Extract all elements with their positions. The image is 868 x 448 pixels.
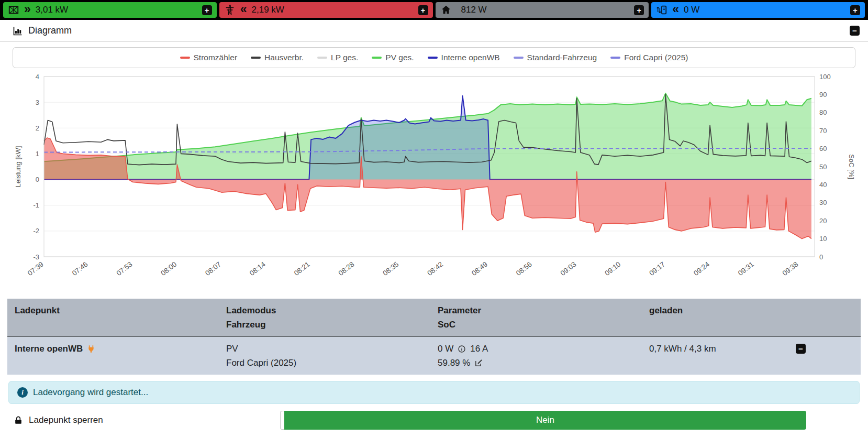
svg-text:09:31: 09:31 xyxy=(737,260,755,278)
svg-text:09:03: 09:03 xyxy=(559,260,578,278)
svg-text:60: 60 xyxy=(819,145,827,152)
info-icon: i xyxy=(17,387,28,398)
header-blank xyxy=(15,318,226,332)
legend-label: Interne openWB xyxy=(441,53,500,62)
lock-toggle-ja[interactable] xyxy=(280,411,284,430)
collapse-row-button[interactable]: − xyxy=(796,344,806,354)
legend-swatch xyxy=(251,57,261,59)
chevron-right-icon: » xyxy=(24,3,31,15)
chargepoint-table-header: Ladepunkt Lademodus Fahrzeug Parameter S… xyxy=(7,299,861,336)
chart-area: -3-2-101234010203040506070809010007:3907… xyxy=(0,68,868,294)
svg-text:3: 3 xyxy=(36,99,39,106)
chargepoint-table: Ladepunkt Lademodus Fahrzeug Parameter S… xyxy=(7,299,861,375)
legend-item-hausverbr-[interactable]: Hausverbr. xyxy=(251,53,304,62)
svg-text:Leistung [kW]: Leistung [kW] xyxy=(14,146,22,188)
bar-chart-icon xyxy=(13,26,23,36)
svg-text:08:07: 08:07 xyxy=(204,260,222,278)
grid-icon xyxy=(8,4,19,16)
soc-value: 59.89 % xyxy=(438,356,470,370)
legend-label: Hausverbr. xyxy=(264,53,304,62)
status-bar: » 3,01 kW + « 2,19 kW + 812 W + « 0 W + xyxy=(0,0,868,20)
legend-label: LP ges. xyxy=(331,53,358,62)
svg-text:08:21: 08:21 xyxy=(293,260,311,278)
info-circle-icon xyxy=(458,345,466,353)
header-geladen: geladen xyxy=(649,303,861,332)
chevron-left-icon: « xyxy=(672,3,679,15)
svg-text:08:00: 08:00 xyxy=(159,260,178,278)
svg-text:40: 40 xyxy=(819,181,827,189)
charge-mode-value: PV xyxy=(226,342,438,356)
lock-label: Ladepunkt sperren xyxy=(7,415,103,425)
collapse-diagram-button[interactable]: − xyxy=(850,26,860,36)
svg-text:07:46: 07:46 xyxy=(71,260,90,278)
legend-swatch xyxy=(180,57,190,59)
svg-text:20: 20 xyxy=(819,217,827,225)
plus-square-icon[interactable]: + xyxy=(634,5,644,15)
lock-toggle-group: Nein xyxy=(280,411,806,430)
grid-power-button[interactable]: » 3,01 kW + xyxy=(3,2,217,18)
header-geladen-label: geladen xyxy=(649,303,861,318)
plus-square-icon[interactable]: + xyxy=(418,5,428,15)
svg-text:0: 0 xyxy=(36,176,39,183)
pv-power-value: 2,19 kW xyxy=(252,5,284,15)
legend-swatch xyxy=(428,57,438,59)
svg-text:80: 80 xyxy=(819,108,827,116)
legend-swatch xyxy=(372,57,382,59)
svg-text:10: 10 xyxy=(819,235,827,243)
chargepoint-power-value: 0 W xyxy=(684,5,699,15)
svg-text:100: 100 xyxy=(819,73,831,81)
legend-swatch xyxy=(317,57,327,59)
legend-item-ford-capri-2025-[interactable]: Ford Capri (2025) xyxy=(610,53,688,62)
legend-label: Ford Capri (2025) xyxy=(624,53,688,62)
legend-item-lp-ges-[interactable]: LP ges. xyxy=(317,53,358,62)
chevron-left-icon: « xyxy=(240,3,247,15)
svg-text:09:10: 09:10 xyxy=(603,260,622,278)
legend-item-standard-fahrzeug[interactable]: Standard-Fahrzeug xyxy=(514,53,597,62)
svg-text:-3: -3 xyxy=(33,253,39,261)
svg-text:-2: -2 xyxy=(33,227,39,235)
pv-power-button[interactable]: « 2,19 kW + xyxy=(219,2,433,18)
header-soc-label: SoC xyxy=(438,318,649,332)
svg-text:30: 30 xyxy=(819,199,827,206)
legend-item-stromz-hler[interactable]: Stromzähler xyxy=(180,53,238,62)
svg-text:09:38: 09:38 xyxy=(781,260,800,278)
alert-text: Ladevorgang wird gestartet... xyxy=(33,387,148,398)
svg-text:08:56: 08:56 xyxy=(515,260,533,278)
lock-toggle-nein-button[interactable]: Nein xyxy=(284,411,806,430)
svg-text:2: 2 xyxy=(36,124,39,132)
svg-text:09:17: 09:17 xyxy=(648,260,666,278)
svg-text:70: 70 xyxy=(819,127,827,135)
header-ladepunkt: Ladepunkt xyxy=(15,303,226,332)
edit-soc-pencil-icon[interactable] xyxy=(474,358,483,367)
page-title: Diagramm xyxy=(28,25,72,36)
plus-square-icon[interactable]: + xyxy=(850,5,860,15)
svg-text:08:42: 08:42 xyxy=(426,260,444,278)
vehicle-name: Ford Capri (2025) xyxy=(226,356,438,370)
lock-chargepoint-row: Ladepunkt sperren Nein xyxy=(0,410,868,430)
lock-icon xyxy=(13,415,24,425)
header-fahrzeug-label: Fahrzeug xyxy=(226,318,438,332)
svg-text:08:28: 08:28 xyxy=(337,260,356,278)
svg-text:07:53: 07:53 xyxy=(115,260,134,278)
legend-swatch xyxy=(514,57,524,59)
cell-geladen: 0,7 kWh / 4,3 km − xyxy=(649,342,861,370)
chargepoint-power-button[interactable]: « 0 W + xyxy=(651,2,865,18)
lock-label-text: Ladepunkt sperren xyxy=(29,415,103,425)
svg-text:08:35: 08:35 xyxy=(381,260,400,278)
legend-item-pv-ges-[interactable]: PV ges. xyxy=(372,53,414,62)
legend-label: Standard-Fahrzeug xyxy=(527,53,597,62)
cell-parameter-soc: 0 W 16 A 59.89 % xyxy=(438,342,649,370)
charge-power-value: 0 W xyxy=(438,342,453,356)
pylon-icon xyxy=(224,4,236,16)
charge-current-value: 16 A xyxy=(470,342,488,356)
house-power-button[interactable]: 812 W + xyxy=(436,2,649,18)
house-icon xyxy=(440,4,452,16)
chargepoint-name: Interne openWB xyxy=(15,342,83,356)
svg-text:07:39: 07:39 xyxy=(26,260,45,278)
chargepoint-row: Interne openWB PV Ford Capri (2025) 0 W … xyxy=(7,336,861,375)
plus-square-icon[interactable]: + xyxy=(202,5,212,15)
svg-text:90: 90 xyxy=(819,91,827,99)
legend-item-interne-openwb[interactable]: Interne openWB xyxy=(428,53,500,62)
legend-label: Stromzähler xyxy=(194,53,238,62)
chargepoint-icon xyxy=(656,4,667,16)
